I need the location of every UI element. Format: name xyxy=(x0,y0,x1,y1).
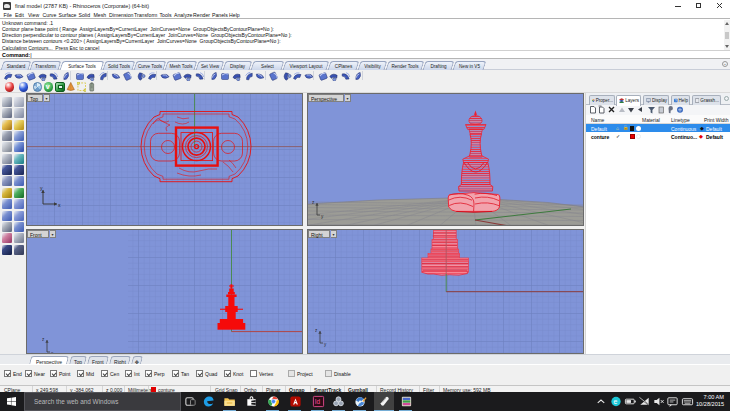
svg-text:y: y xyxy=(40,186,43,191)
svg-text:Id: Id xyxy=(314,398,320,405)
svg-text:x: x xyxy=(58,202,61,208)
svg-text:e: e xyxy=(614,398,618,405)
